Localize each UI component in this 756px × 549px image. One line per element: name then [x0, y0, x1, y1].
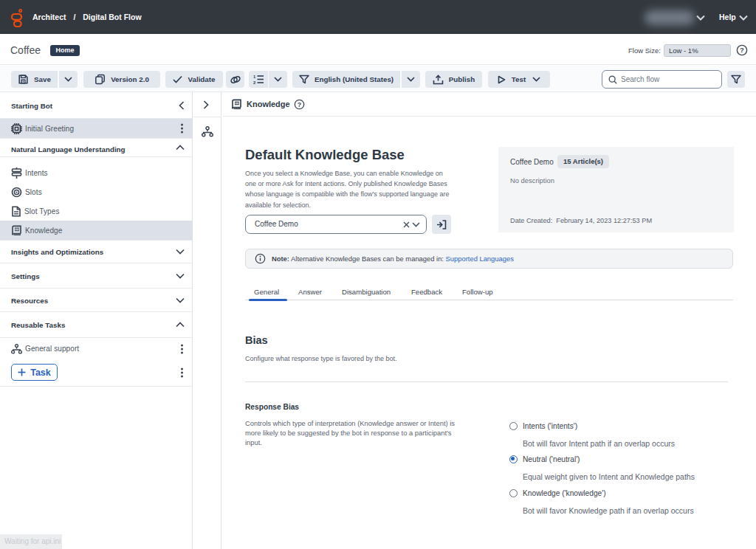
svg-text:2: 2: [253, 80, 256, 84]
svg-text:1: 1: [253, 75, 256, 79]
svg-text:?: ?: [298, 101, 301, 108]
svg-text:?: ?: [740, 46, 744, 54]
